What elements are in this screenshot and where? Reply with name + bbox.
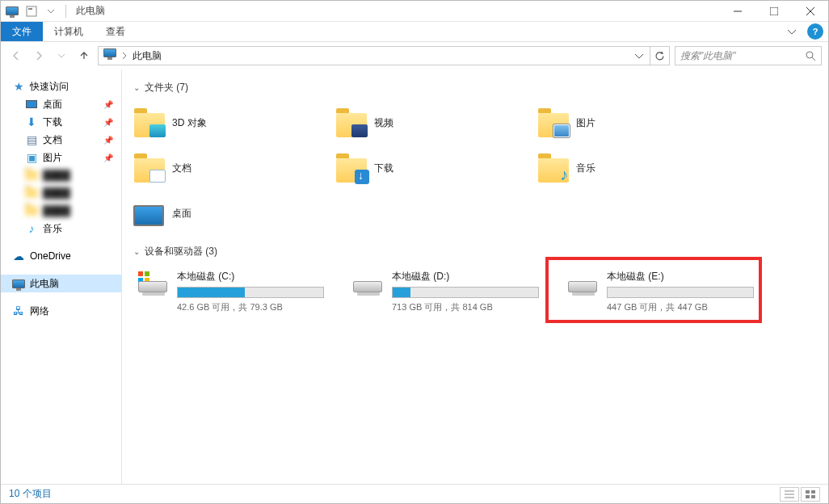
- sidebar-quick-access[interactable]: ★快速访问: [1, 78, 121, 95]
- drive-label: 本地磁盘 (D:): [392, 270, 539, 284]
- folder-icon: [25, 169, 38, 182]
- content-pane: ⌄ 文件夹 (7) 3D 对象 视频 图片 文档 下载 音乐 桌面 ⌄ 设备和驱…: [122, 69, 828, 484]
- sidebar-item-label: 下载: [43, 116, 62, 129]
- minimize-button[interactable]: [719, 1, 755, 22]
- explorer-icon: [4, 3, 20, 19]
- section-folders-header[interactable]: ⌄ 文件夹 (7): [133, 81, 817, 94]
- sidebar-this-pc[interactable]: 此电脑: [1, 275, 121, 292]
- sidebar-network[interactable]: 🖧网络: [1, 302, 121, 320]
- sidebar-music[interactable]: ♪音乐: [1, 220, 121, 237]
- document-icon: ▤: [25, 133, 38, 146]
- status-item-count: 10 个项目: [9, 487, 52, 501]
- sidebar-documents[interactable]: ▤文档📌: [1, 131, 121, 149]
- folder-label: 图片: [576, 116, 707, 130]
- search-input[interactable]: 搜索"此电脑": [675, 46, 822, 65]
- view-large-icons-button[interactable]: [801, 487, 820, 502]
- drive-usage-bar: [177, 287, 324, 298]
- section-drives-header[interactable]: ⌄ 设备和驱动器 (3): [133, 245, 817, 258]
- folder-icon: [25, 204, 38, 217]
- folder-label: 音乐: [576, 162, 707, 175]
- drive-usage-bar: [392, 287, 539, 298]
- status-bar: 10 个项目: [1, 484, 828, 503]
- address-bar[interactable]: 此电脑: [98, 46, 650, 65]
- drives-row: 本地磁盘 (C:) 42.6 GB 可用，共 79.3 GB 本地磁盘 (D:)…: [133, 267, 817, 317]
- sidebar-pinned-folder[interactable]: ████: [1, 184, 121, 202]
- drive-stats: 713 GB 可用，共 814 GB: [392, 301, 539, 313]
- address-dropdown-icon[interactable]: [630, 47, 648, 65]
- folder-label: 桌面: [172, 207, 303, 220]
- drive-icon: [137, 270, 169, 302]
- drive-d[interactable]: 本地磁盘 (D:) 713 GB 可用，共 814 GB: [348, 267, 542, 317]
- nav-forward-button[interactable]: [30, 47, 48, 65]
- pin-icon: 📌: [103, 136, 113, 145]
- svg-rect-0: [27, 6, 36, 16]
- drive-stats: 447 GB 可用，共 447 GB: [607, 301, 754, 313]
- folder-icon: [25, 187, 38, 200]
- navigation-bar: 此电脑 搜索"此电脑": [1, 42, 828, 69]
- maximize-button[interactable]: [755, 1, 792, 22]
- sidebar-pinned-folder[interactable]: ████: [1, 202, 121, 220]
- tab-view[interactable]: 查看: [95, 22, 137, 41]
- drive-e[interactable]: 本地磁盘 (E:) 447 GB 可用，共 447 GB: [563, 267, 757, 317]
- drive-label: 本地磁盘 (E:): [607, 270, 754, 284]
- network-icon: 🖧: [12, 304, 25, 317]
- help-button[interactable]: ?: [807, 23, 823, 40]
- star-icon: ★: [12, 80, 25, 93]
- section-title: 文件夹 (7): [145, 81, 188, 94]
- sidebar-item-label: 桌面: [43, 98, 62, 111]
- ribbon-expand-icon[interactable]: [780, 22, 804, 41]
- window-title: 此电脑: [73, 4, 105, 18]
- pin-icon: 📌: [103, 153, 113, 162]
- sidebar-item-label: 文档: [43, 133, 62, 147]
- sidebar-item-label: ████: [43, 205, 70, 216]
- folder-icon: [335, 152, 368, 184]
- download-icon: ⬇: [25, 116, 38, 128]
- navigation-pane: ★快速访问 桌面📌 ⬇下载📌 ▤文档📌 ▣图片📌 ████ ████ ████ …: [1, 69, 122, 484]
- sidebar-desktop[interactable]: 桌面📌: [1, 95, 121, 113]
- tab-computer[interactable]: 计算机: [43, 22, 95, 41]
- folder-icon: [537, 152, 570, 184]
- sidebar-item-label: 快速访问: [30, 80, 69, 94]
- folder-music[interactable]: 音乐: [537, 148, 707, 188]
- nav-up-button[interactable]: [75, 47, 93, 65]
- cloud-icon: ☁: [12, 250, 25, 262]
- sidebar-pinned-folder[interactable]: ████: [1, 166, 121, 184]
- folder-label: 文档: [172, 162, 303, 175]
- title-bar: 此电脑: [1, 1, 828, 22]
- folder-documents[interactable]: 文档: [133, 148, 303, 188]
- nav-back-button[interactable]: [7, 47, 25, 65]
- ribbon-tabs: 文件 计算机 查看 ?: [1, 22, 828, 42]
- sidebar-downloads[interactable]: ⬇下载📌: [1, 113, 121, 131]
- folder-videos[interactable]: 视频: [335, 103, 505, 143]
- folder-icon: [133, 107, 166, 139]
- sidebar-item-label: 音乐: [43, 222, 62, 236]
- drive-c[interactable]: 本地磁盘 (C:) 42.6 GB 可用，共 79.3 GB: [133, 267, 327, 317]
- chevron-down-icon: ⌄: [133, 247, 140, 256]
- folder-pictures[interactable]: 图片: [537, 103, 707, 143]
- music-icon: ♪: [25, 222, 38, 235]
- qat-dropdown-icon[interactable]: [43, 3, 59, 19]
- sidebar-pictures[interactable]: ▣图片📌: [1, 149, 121, 166]
- view-details-button[interactable]: [780, 487, 799, 502]
- pictures-icon: ▣: [25, 151, 38, 164]
- sidebar-item-label: ████: [43, 170, 70, 181]
- close-button[interactable]: [792, 1, 828, 22]
- qat-properties-icon[interactable]: [23, 3, 40, 19]
- folder-icon: [133, 152, 166, 184]
- svg-rect-14: [811, 495, 815, 498]
- svg-rect-12: [811, 490, 815, 494]
- folder-desktop[interactable]: 桌面: [133, 193, 303, 233]
- folder-downloads[interactable]: 下载: [335, 148, 505, 188]
- breadcrumb[interactable]: 此电脑: [128, 49, 166, 63]
- drive-icon: [351, 270, 384, 302]
- search-icon: [806, 51, 816, 61]
- pc-icon: [12, 277, 25, 290]
- folder-3d-objects[interactable]: 3D 对象: [133, 103, 303, 143]
- sidebar-onedrive[interactable]: ☁OneDrive: [1, 247, 121, 265]
- tab-file[interactable]: 文件: [1, 22, 43, 41]
- nav-recent-dropdown[interactable]: [53, 47, 70, 65]
- sidebar-item-label: ████: [43, 187, 70, 199]
- svg-rect-3: [770, 7, 778, 15]
- sidebar-item-label: OneDrive: [30, 250, 71, 262]
- refresh-button[interactable]: [650, 46, 670, 65]
